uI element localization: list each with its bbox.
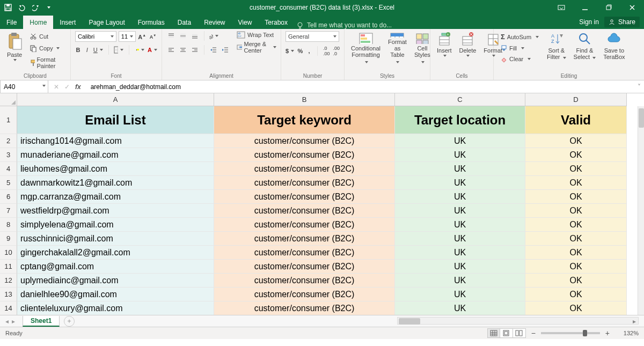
copy-button[interactable]: Copy [27,43,66,54]
cell[interactable]: customer/consumer (B2C) [214,232,395,246]
row-header[interactable]: 11 [0,260,17,274]
row-header[interactable]: 10 [0,246,17,260]
cell[interactable]: OK [525,288,627,301]
cell[interactable]: mgp.carranza@gmail.com [17,190,214,204]
bold-button[interactable]: B [75,45,81,55]
conditional-formatting-button[interactable]: ConditionalFormatting [349,31,383,65]
font-name-combo[interactable] [75,31,116,42]
cell[interactable]: UK [395,162,525,176]
cell-styles-button[interactable]: CellStyles [412,31,433,65]
tab-view[interactable]: View [232,16,259,29]
cell[interactable]: UK [395,232,525,246]
cell[interactable]: uplymediainc@gmail.com [17,274,214,288]
row-header[interactable]: 1 [0,106,17,134]
zoom-out-button[interactable]: − [531,329,536,337]
cell[interactable]: OK [525,218,627,232]
cell[interactable]: OK [525,232,627,246]
paste-button[interactable]: Paste [4,31,25,62]
cell[interactable]: customer/consumer (B2C) [214,260,395,274]
cell[interactable]: gingerchakalall2@gmail.com [17,246,214,260]
cell[interactable]: UK [395,301,525,315]
orientation-button[interactable]: ab [209,31,218,41]
formula-input-wrap[interactable] [86,80,634,93]
cell[interactable]: customer/consumer (B2C) [214,274,395,288]
page-break-view-button[interactable] [513,328,526,338]
accounting-format-button[interactable]: $ [286,46,294,56]
comma-style-button[interactable]: , [306,46,312,56]
row-header[interactable]: 13 [0,288,17,301]
cell[interactable]: cptang@gmail.com [17,260,214,274]
cancel-formula-icon[interactable]: ✕ [54,83,59,91]
underline-button[interactable]: U [93,45,103,55]
tell-me-search[interactable]: Tell me what you want to do... [296,21,392,29]
tab-file[interactable]: File [0,16,23,29]
row-header[interactable]: 4 [0,162,17,176]
cell[interactable]: OK [525,260,627,274]
align-top-button[interactable] [166,31,176,41]
name-box-input[interactable] [4,83,45,91]
fill-color-button[interactable] [135,45,144,55]
font-size-input[interactable] [121,33,128,40]
cell[interactable]: customer/consumer (B2C) [214,134,395,148]
cell[interactable]: OK [525,246,627,260]
cell[interactable]: OK [525,176,627,190]
cell[interactable]: customer/consumer (B2C) [214,190,395,204]
cell[interactable]: UK [395,204,525,218]
tab-terabox[interactable]: Terabox [258,16,294,29]
merge-center-button[interactable]: Merge & Center [237,41,276,54]
align-center-button[interactable] [178,45,188,55]
col-header-A[interactable]: A [17,93,214,106]
cell[interactable]: customer/consumer (B2C) [214,218,395,232]
format-as-table-button[interactable]: Format asTable [386,31,409,65]
chevron-down-icon[interactable] [42,85,46,87]
sheet-nav-next-icon[interactable]: ▸ [12,318,15,325]
cell[interactable]: customer/consumer (B2C) [214,204,395,218]
sheet-nav-prev-icon[interactable]: ◂ [5,318,9,325]
row-header[interactable]: 9 [0,232,17,246]
decrease-indent-button[interactable] [209,45,218,55]
number-format-combo[interactable]: General [286,31,339,42]
percent-button[interactable]: % [297,46,303,56]
delete-cells-button[interactable]: Delete [457,31,479,65]
cell[interactable]: UK [395,246,525,260]
sort-filter-button[interactable]: AZSort &Filter [545,31,568,61]
cell[interactable]: OK [525,190,627,204]
cell[interactable]: UK [395,218,525,232]
cell[interactable]: dawnmarkowitz1@gmail.com [17,176,214,190]
ribbon-options-icon[interactable] [550,0,573,15]
share-button[interactable]: Share [604,17,640,27]
row-header[interactable]: 5 [0,176,17,190]
cell[interactable]: UK [395,176,525,190]
tab-data[interactable]: Data [171,16,197,29]
autosum-button[interactable]: ΣAutoSum [498,31,541,42]
cell[interactable]: customer/consumer (B2C) [214,301,395,315]
zoom-slider[interactable] [541,332,600,334]
cell[interactable]: UK [395,260,525,274]
minimize-icon[interactable] [573,0,597,15]
align-middle-button[interactable] [178,31,188,41]
tab-page-layout[interactable]: Page Layout [82,16,131,29]
page-layout-view-button[interactable] [500,328,513,338]
cell[interactable]: customer/consumer (B2C) [214,162,395,176]
header-cell-D[interactable]: Valid [525,106,627,134]
zoom-slider-knob[interactable] [583,330,587,336]
italic-button[interactable]: I [84,45,90,55]
row-header[interactable]: 12 [0,274,17,288]
tab-formulas[interactable]: Formulas [131,16,171,29]
name-box[interactable] [0,80,48,93]
header-cell-A[interactable]: Email List [17,106,214,134]
cell[interactable]: OK [525,148,627,162]
normal-view-button[interactable] [487,328,500,338]
decrease-decimal-button[interactable]: .00.0 [333,46,340,56]
align-right-button[interactable] [190,45,200,55]
cell[interactable]: munaderiane@gmail.com [17,148,214,162]
row-header[interactable]: 8 [0,218,17,232]
wrap-text-button[interactable]: abc↵Wrap Text [237,31,276,39]
restore-icon[interactable] [597,0,620,15]
cell[interactable]: simplyelena@gmail.com [17,218,214,232]
close-icon[interactable] [620,0,644,15]
undo-icon[interactable] [17,4,27,11]
col-header-D[interactable]: D [525,93,627,106]
cell[interactable]: OK [525,274,627,288]
clear-button[interactable]: Clear [498,54,541,64]
